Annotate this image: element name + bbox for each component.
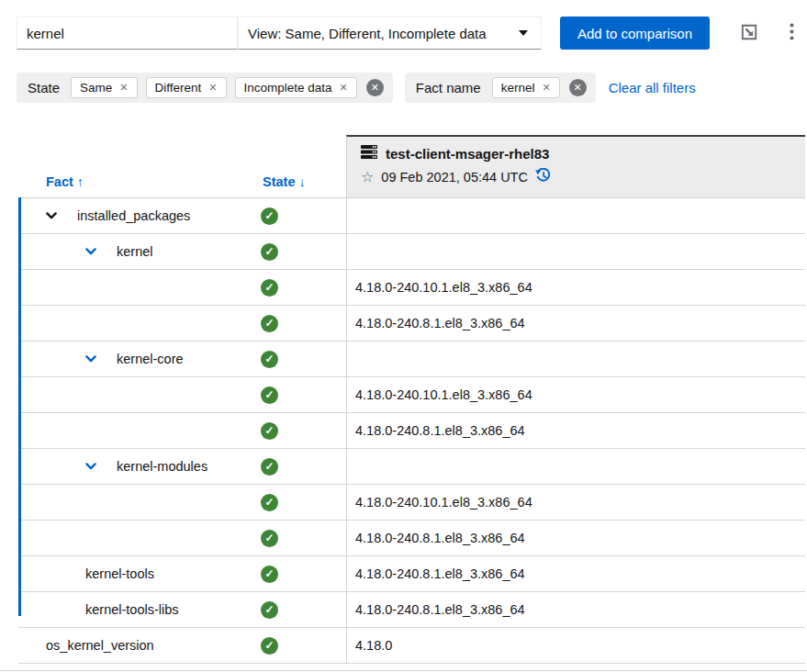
chip-groups: State Same ✕ Different ✕ Incomplete data…	[17, 73, 596, 103]
filter-group-label: Fact name	[416, 80, 481, 95]
filter-group-label: State	[28, 80, 60, 95]
expand-toggle-chevron-down-icon[interactable]	[85, 353, 98, 365]
state-same-check-icon: ✓	[261, 601, 278, 619]
table-row: ✓ 4.18.0-240.10.1.el8_3.x86_64	[18, 377, 805, 413]
state-cell: ✓	[242, 530, 346, 547]
state-column-header[interactable]: State↓	[263, 174, 306, 189]
close-icon: ✕	[340, 82, 348, 93]
table-row: ✓ 4.18.0-240.10.1.el8_3.x86_64	[18, 485, 805, 521]
export-icon	[741, 24, 757, 43]
filter-chip: Same ✕	[71, 77, 138, 98]
expand-toggle-chevron-down-icon[interactable]	[85, 245, 98, 258]
sort-descending-icon: ↓	[298, 174, 305, 189]
chip-close-button[interactable]: ✕	[340, 83, 348, 93]
chip-close-button[interactable]: ✕	[208, 83, 217, 93]
table-header: Fact↑ State↓ test-client-msager-rhel83	[18, 135, 805, 198]
view-filter-value: View: Same, Different, Incomplete data	[248, 26, 487, 41]
state-cell: ✓	[242, 494, 346, 511]
close-icon: ✕	[208, 82, 217, 93]
state-cell: ✓	[242, 386, 346, 404]
fact-name: kernel-tools-libs	[85, 602, 179, 617]
chip-close-button[interactable]: ✕	[542, 83, 550, 93]
fact-name: kernel-core	[117, 352, 184, 366]
table-row: ✓ 4.18.0-240.8.1.el8_3.x86_64	[18, 306, 805, 342]
expand-toggle-chevron-down-icon[interactable]	[85, 460, 98, 473]
fact-name: kernel-tools	[85, 566, 154, 581]
fact-cell: os_kernel_version	[18, 638, 242, 653]
chevron-down-icon	[519, 30, 528, 36]
table-row: ✓ 4.18.0-240.8.1.el8_3.x86_64	[18, 413, 805, 449]
chip-label: Different	[155, 81, 202, 95]
state-same-check-icon: ✓	[261, 351, 278, 368]
expand-toggle-chevron-down-icon[interactable]	[46, 209, 59, 222]
state-same-check-icon: ✓	[261, 207, 278, 225]
state-same-check-icon: ✓	[261, 458, 278, 476]
chip-close-button[interactable]: ✕	[119, 83, 128, 93]
state-cell: ✓	[242, 279, 346, 297]
fact-cell: kernel-tools-libs	[18, 602, 242, 617]
state-same-check-icon: ✓	[261, 530, 278, 547]
fact-value: 4.18.0-240.8.1.el8_3.x86_64	[346, 556, 804, 591]
chips: kernel ✕	[492, 77, 560, 98]
state-cell: ✓	[242, 458, 346, 476]
add-to-comparison-button[interactable]: Add to comparison	[560, 17, 710, 50]
state-same-check-icon: ✓	[261, 422, 278, 440]
state-same-check-icon: ✓	[261, 243, 278, 261]
table-row: os_kernel_version ✓ 4.18.0	[18, 628, 805, 664]
kebab-menu-icon	[790, 23, 794, 43]
fact-name: kernel	[117, 244, 153, 259]
state-cell: ✓	[242, 566, 346, 583]
filter-chip: Incomplete data ✕	[235, 77, 357, 98]
system-name: test-client-msager-rhel83	[386, 146, 549, 162]
active-filters-bar: State Same ✕ Different ✕ Incomplete data…	[17, 73, 696, 103]
fact-filter-input[interactable]	[17, 17, 238, 50]
state-cell: ✓	[242, 207, 346, 225]
server-icon	[361, 145, 377, 162]
fact-value	[346, 198, 804, 233]
chip-label: Same	[80, 81, 112, 95]
fact-cell: kernel	[18, 244, 242, 259]
close-icon: ✕	[119, 82, 128, 93]
filter-chip: kernel ✕	[492, 77, 560, 98]
fact-cell: installed_packages	[18, 208, 242, 223]
state-cell: ✓	[242, 351, 346, 368]
clear-all-filters-link[interactable]: Clear all filters	[609, 80, 696, 95]
table-row: kernel ✓	[18, 234, 805, 270]
chip-label: Incomplete data	[244, 81, 332, 95]
toolbar: View: Same, Different, Incomplete data A…	[17, 17, 801, 50]
fact-value: 4.18.0-240.10.1.el8_3.x86_64	[346, 485, 804, 520]
system-column-header: test-client-msager-rhel83 ☆ 09 Feb 2021,…	[346, 135, 805, 197]
state-same-check-icon: ✓	[261, 637, 278, 655]
state-cell: ✓	[242, 422, 346, 440]
state-cell: ✓	[242, 243, 346, 261]
state-cell: ✓	[242, 315, 346, 332]
fact-value	[346, 342, 804, 376]
table-row: installed_packages ✓	[18, 198, 805, 234]
chips: Same ✕ Different ✕ Incomplete data ✕	[71, 77, 357, 98]
history-icon	[535, 168, 551, 186]
state-same-check-icon: ✓	[261, 386, 278, 404]
state-same-check-icon: ✓	[261, 279, 278, 297]
system-last-updated: 09 Feb 2021, 05:44 UTC	[381, 170, 528, 185]
table-row: kernel-tools ✓ 4.18.0-240.8.1.el8_3.x86_…	[18, 556, 805, 592]
star-outline-icon[interactable]: ☆	[361, 170, 374, 185]
close-icon: ✕	[542, 82, 550, 93]
expanded-group-indicator	[18, 197, 21, 616]
view-filter-dropdown[interactable]: View: Same, Different, Incomplete data	[238, 17, 542, 50]
kebab-menu-button[interactable]	[781, 17, 801, 50]
history-button[interactable]	[535, 168, 551, 186]
clear-group-icon: ✕	[574, 82, 582, 93]
state-cell: ✓	[242, 601, 346, 619]
chip-label: kernel	[501, 81, 535, 95]
table-body: installed_packages ✓ kernel ✓ ✓ 4.18	[18, 198, 805, 664]
clear-group-button[interactable]: ✕	[569, 79, 587, 96]
export-button[interactable]	[737, 17, 761, 50]
state-same-check-icon: ✓	[261, 566, 278, 583]
sort-ascending-icon: ↑	[77, 174, 84, 189]
clear-group-button[interactable]: ✕	[366, 79, 384, 96]
fact-column-header[interactable]: Fact↑	[46, 174, 84, 189]
table-header-left: Fact↑ State↓	[18, 135, 346, 197]
table-row: kernel-tools-libs ✓ 4.18.0-240.8.1.el8_3…	[18, 592, 805, 628]
filter-chip-group: State Same ✕ Different ✕ Incomplete data…	[17, 73, 393, 103]
filter-chip-group: Fact name kernel ✕ ✕	[405, 73, 596, 103]
